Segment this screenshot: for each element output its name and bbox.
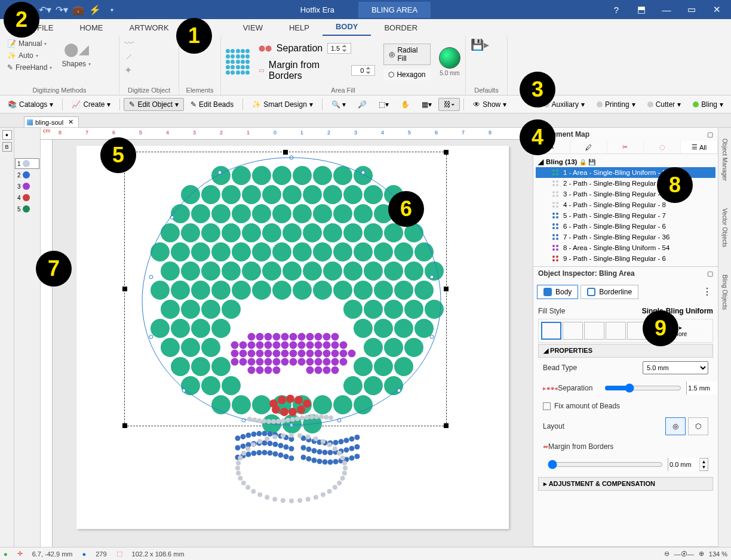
adjustment-header[interactable]: ▸ ADJUSTMENT & COMPENSATION xyxy=(538,477,713,491)
catalogs-button[interactable]: 📚 Catalogs ▾ xyxy=(2,98,59,111)
zoom-rect-icon[interactable]: ⬚▾ xyxy=(373,98,394,111)
design-canvas[interactable] xyxy=(53,140,533,547)
printing-toggle[interactable]: Printing ▾ xyxy=(591,98,641,111)
qat-undo-icon[interactable]: ↶▾ xyxy=(38,3,51,16)
edit-beads-button[interactable]: ✎ Edit Beads xyxy=(185,98,239,111)
zoom-in-icon[interactable]: 🔍 ▾ xyxy=(326,98,351,111)
edit-object-button[interactable]: ✎ Edit Object ▾ xyxy=(124,98,184,111)
curve1-icon[interactable]: 〰 xyxy=(124,38,134,49)
tab-help[interactable]: HELP xyxy=(276,20,322,36)
tree-node[interactable]: 6 - Path - Single-Bling Regular - 6 xyxy=(536,221,715,232)
zoom-out-button[interactable]: ⊖ xyxy=(664,550,669,558)
sidetab-object-manager[interactable]: Object Manager xyxy=(720,134,729,186)
layout-hex-icon[interactable]: ⬡ xyxy=(688,417,708,435)
save-defaults-icon[interactable]: 💾▸ xyxy=(471,38,489,51)
file-tab[interactable]: bling-soul ✕ xyxy=(24,116,79,127)
minimize-button[interactable]: — xyxy=(655,0,678,19)
fillstyle-3-icon[interactable] xyxy=(584,322,604,340)
separation-field[interactable]: ▲▼ xyxy=(686,381,718,395)
tab-border[interactable]: BORDER xyxy=(371,20,431,36)
margin-slider[interactable] xyxy=(548,460,663,469)
bold-icon[interactable]: B xyxy=(2,142,12,152)
bead-type-select[interactable]: 5.0 mm xyxy=(643,361,708,374)
svg-point-288 xyxy=(312,457,317,463)
tree-node[interactable]: 5 - Path - Single-Bling Regular - 7 xyxy=(536,210,715,221)
svg-point-264 xyxy=(301,445,306,451)
qat-save-icon[interactable]: 💼 xyxy=(72,3,85,16)
hexagon-button[interactable]: ⬡ Hexagon xyxy=(383,69,431,81)
qat-bolt-icon[interactable]: ⚡ xyxy=(88,3,102,16)
ribbon-toggle-icon[interactable]: ⬒ xyxy=(629,0,653,19)
tree-node[interactable]: 9 - Path - Single-Bling Regular - 6 xyxy=(536,253,715,264)
svg-point-170 xyxy=(331,333,339,341)
panel-pin-icon[interactable]: ▢ xyxy=(707,270,713,278)
tab-artwork[interactable]: ARTWORK xyxy=(116,20,182,36)
palette-bead-2[interactable]: 2 xyxy=(15,170,39,180)
separation-slider[interactable] xyxy=(604,383,681,393)
palette-bead-1[interactable]: 1 xyxy=(15,158,39,169)
svg-point-226 xyxy=(303,399,311,408)
shapes-button[interactable]: Shapes▾ xyxy=(59,59,93,69)
curve3-icon[interactable]: ✦ xyxy=(124,64,132,76)
fillstyle-uniform-icon[interactable] xyxy=(541,322,561,340)
document-tree[interactable]: ◢ Bling (13) 🔒 💾 1 - Area - Single-Bling… xyxy=(533,154,718,266)
maximize-button[interactable]: ▭ xyxy=(680,0,704,19)
context-tab[interactable]: BLING AREA xyxy=(358,2,431,18)
auto-button[interactable]: ✨ Auto ▾ xyxy=(5,50,54,61)
palette-bead-5[interactable]: 5 xyxy=(15,204,39,214)
freehand-button[interactable]: ✎ FreeHand ▾ xyxy=(5,62,54,73)
zoom-fit-icon[interactable]: ▦▾ xyxy=(416,98,437,111)
zoom-fit-button[interactable]: —⦿— xyxy=(674,550,694,558)
properties-header[interactable]: ◢ PROPERTIES xyxy=(538,344,713,358)
create-button[interactable]: 📈 Create ▾ xyxy=(66,98,116,111)
filter-bling-icon[interactable]: ◌ xyxy=(644,141,681,153)
shapes-icon[interactable]: ⬤◢ xyxy=(64,42,89,57)
tree-node[interactable]: 4 - Path - Single-Bling Regular - 8 xyxy=(536,199,715,210)
snap-icon[interactable]: ⛓▾ xyxy=(438,98,460,111)
filter-pen-icon[interactable]: 🖊 xyxy=(570,141,607,153)
close-button[interactable]: ✕ xyxy=(705,0,729,19)
qat-more-icon[interactable]: ▾ xyxy=(105,3,118,16)
zoom-out-icon[interactable]: 🔎 xyxy=(352,98,372,111)
radial-fill-button[interactable]: ◎ Radial Fill xyxy=(383,44,431,65)
sidetab-bling-objects[interactable]: Bling Objects xyxy=(720,270,729,315)
margin-field[interactable]: ▲▼ xyxy=(668,458,708,471)
separation-input[interactable] xyxy=(327,43,351,54)
filter-all[interactable]: ☰ All xyxy=(681,141,718,153)
margin-input[interactable] xyxy=(351,65,375,76)
fillstyle-4-icon[interactable] xyxy=(606,322,626,340)
help-button[interactable]: ? xyxy=(604,0,628,19)
tab-view[interactable]: VIEW xyxy=(230,20,276,36)
marker-icon[interactable]: ● xyxy=(2,130,12,140)
tab-body[interactable]: BODY xyxy=(322,19,371,36)
inspector-tab-body[interactable]: Body xyxy=(537,285,578,299)
inspector-menu-icon[interactable]: ⋮ xyxy=(700,284,714,300)
pan-icon[interactable]: ✋ xyxy=(395,98,415,111)
zoom-in-button[interactable]: ⊕ xyxy=(699,550,704,558)
tab-home[interactable]: HOME xyxy=(66,20,116,36)
filter-cut-icon[interactable]: ✂ xyxy=(607,141,644,153)
palette-bead-4[interactable]: 4 xyxy=(15,192,39,203)
manual-button[interactable]: 📝 Manual ▾ xyxy=(5,38,54,49)
fill-style-picker[interactable]: ▸more xyxy=(538,319,713,343)
tree-node[interactable]: 8 - Area - Single-Bling Uniform - 54 xyxy=(536,242,715,253)
layout-radial-icon[interactable]: ◎ xyxy=(665,417,686,435)
sidetab-vector-objects[interactable]: Vector Objects xyxy=(720,204,729,252)
fix-beads-checkbox[interactable] xyxy=(543,402,551,410)
qat-redo-icon[interactable]: ↷▾ xyxy=(55,3,68,16)
svg-point-359 xyxy=(552,180,555,183)
fillstyle-2-icon[interactable] xyxy=(563,322,583,340)
svg-point-199 xyxy=(348,350,356,358)
file-tab-close-icon[interactable]: ✕ xyxy=(68,118,73,126)
show-button[interactable]: 👁 Show ▾ xyxy=(468,98,512,111)
cutter-toggle[interactable]: Cutter ▾ xyxy=(642,98,687,111)
smart-design-button[interactable]: ✨ Smart Design ▾ xyxy=(247,98,318,111)
palette-bead-3[interactable]: 3 xyxy=(15,181,39,192)
tree-node[interactable]: 7 - Path - Single-Bling Regular - 36 xyxy=(536,232,715,242)
curve2-icon[interactable]: ⟋ xyxy=(124,51,134,62)
bead-gem-icon[interactable] xyxy=(439,47,460,69)
panel-pin-icon[interactable]: ▢ xyxy=(707,131,713,139)
tree-root[interactable]: ◢ Bling (13) 🔒 💾 xyxy=(536,156,715,167)
bling-toggle[interactable]: Bling ▾ xyxy=(687,98,729,111)
inspector-tab-border[interactable]: Borderline xyxy=(580,285,638,299)
